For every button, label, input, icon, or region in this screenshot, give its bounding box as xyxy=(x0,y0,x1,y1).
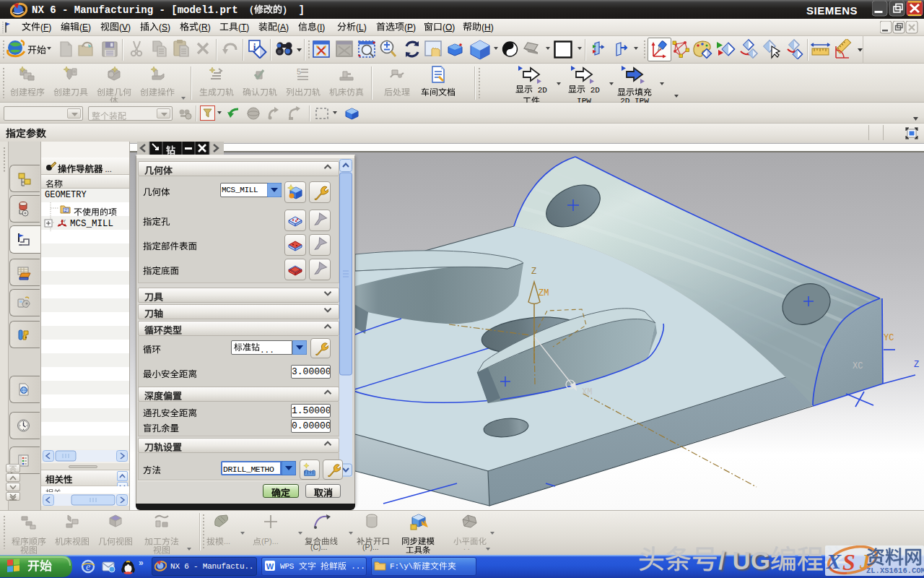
svg-text:Z: Z xyxy=(531,267,536,277)
svg-text:X: X xyxy=(826,549,842,573)
svg-text:W: W xyxy=(266,562,274,571)
svg-text:YC: YC xyxy=(884,333,894,343)
svg-text:S: S xyxy=(842,549,855,575)
svg-text:XC: XC xyxy=(853,361,863,371)
svg-text:XM: XM xyxy=(582,387,592,397)
svg-text:5: 5 xyxy=(297,67,301,76)
svg-text:Z: Z xyxy=(914,360,919,370)
svg-text:Y: Y xyxy=(63,219,66,223)
svg-text:ZM: ZM xyxy=(539,288,549,298)
